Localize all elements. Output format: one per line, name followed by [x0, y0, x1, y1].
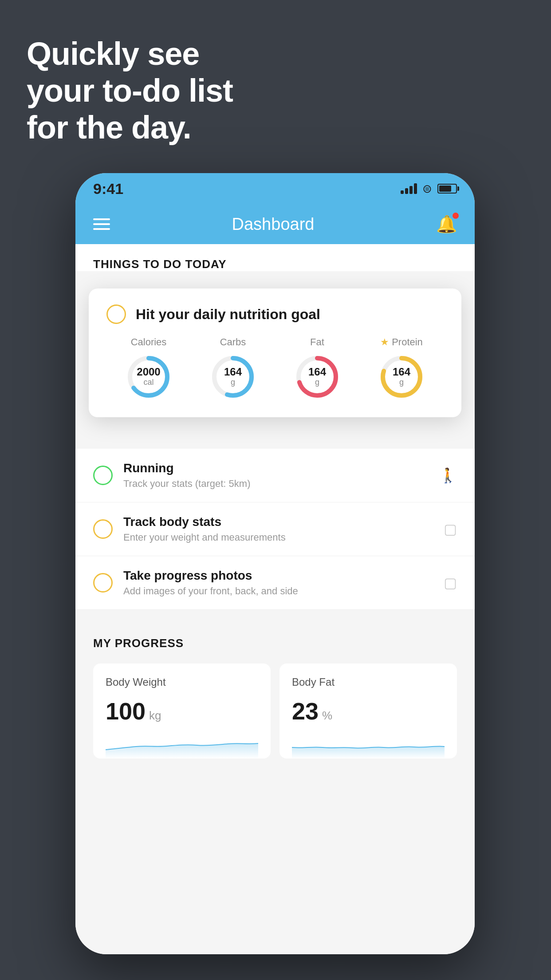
- body-weight-label: Body Weight: [106, 676, 258, 688]
- status-icons: ⊜: [401, 182, 457, 196]
- body-weight-value: 100 kg: [106, 697, 258, 725]
- list-item[interactable]: Track body stats Enter your weight and m…: [75, 502, 475, 556]
- app-header: Dashboard 🔔: [75, 204, 475, 244]
- calories-label: Calories: [131, 336, 167, 348]
- fat-donut: 164 g: [293, 352, 342, 401]
- phone-content: THINGS TO DO TODAY Hit your daily nutrit…: [75, 244, 475, 954]
- hero-line3: for the day.: [27, 109, 233, 146]
- running-content: Running Track your stats (target: 5km): [123, 461, 429, 490]
- signal-icon: [401, 183, 417, 194]
- list-item[interactable]: Running Track your stats (target: 5km) 🚶: [75, 449, 475, 502]
- photo-icon: ▢: [444, 574, 457, 591]
- body-fat-chart: [292, 732, 445, 759]
- running-title: Running: [123, 461, 429, 475]
- progress-title: MY PROGRESS: [93, 636, 457, 650]
- body-fat-value: 23 %: [292, 697, 445, 725]
- nutrition-stats: Calories 2000 cal Carbs: [106, 336, 444, 401]
- photos-title: Take progress photos: [123, 569, 433, 583]
- nutrition-card[interactable]: Hit your daily nutrition goal Calories 2…: [89, 288, 461, 417]
- calories-value: 2000: [137, 366, 160, 378]
- bodystats-title: Track body stats: [123, 515, 433, 529]
- header-title: Dashboard: [232, 215, 315, 234]
- status-bar: 9:41 ⊜: [75, 173, 475, 204]
- fat-value: 164: [308, 366, 326, 378]
- wifi-icon: ⊜: [422, 182, 432, 196]
- hero-line1: Quickly see: [27, 36, 233, 72]
- notification-button[interactable]: 🔔: [436, 214, 457, 234]
- phone-frame: 9:41 ⊜ Dashboard 🔔: [75, 173, 475, 954]
- things-title: THINGS TO DO TODAY: [93, 257, 457, 271]
- notification-dot: [453, 213, 459, 219]
- todo-list: Running Track your stats (target: 5km) 🚶…: [75, 449, 475, 610]
- body-weight-card[interactable]: Body Weight 100 kg: [93, 664, 271, 759]
- star-icon: ★: [380, 336, 389, 348]
- battery-icon: [437, 184, 457, 194]
- fat-label: Fat: [310, 336, 324, 348]
- carbs-stat: Carbs 164 g: [209, 336, 257, 401]
- photos-checkbox[interactable]: [93, 573, 113, 593]
- progress-cards: Body Weight 100 kg: [93, 664, 457, 759]
- running-checkbox[interactable]: [93, 466, 113, 485]
- nutrition-card-title: Hit your daily nutrition goal: [136, 306, 320, 323]
- nutrition-card-header: Hit your daily nutrition goal: [106, 304, 444, 324]
- running-subtitle: Track your stats (target: 5km): [123, 478, 429, 490]
- shoe-icon: 🚶: [439, 467, 457, 484]
- things-section: THINGS TO DO TODAY: [75, 244, 475, 271]
- protein-value: 164: [393, 366, 410, 378]
- protein-donut: 164 g: [377, 352, 426, 401]
- photos-subtitle: Add images of your front, back, and side: [123, 585, 433, 597]
- photos-content: Take progress photos Add images of your …: [123, 569, 433, 597]
- scale-icon: ▢: [444, 521, 457, 537]
- bodystats-checkbox[interactable]: [93, 519, 113, 539]
- progress-section: MY PROGRESS Body Weight 100 kg: [75, 619, 475, 767]
- calories-donut: 2000 cal: [124, 352, 173, 401]
- carbs-donut: 164 g: [209, 352, 257, 401]
- body-fat-label: Body Fat: [292, 676, 445, 688]
- list-item[interactable]: Take progress photos Add images of your …: [75, 556, 475, 610]
- menu-button[interactable]: [93, 218, 110, 230]
- bodystats-subtitle: Enter your weight and measurements: [123, 532, 433, 543]
- protein-stat: ★ Protein 164 g: [377, 336, 426, 401]
- fat-stat: Fat 164 g: [293, 336, 342, 401]
- status-time: 9:41: [93, 180, 123, 198]
- body-weight-chart: [106, 732, 258, 759]
- hero-text: Quickly see your to-do list for the day.: [27, 36, 233, 146]
- nutrition-checkbox[interactable]: [106, 304, 126, 324]
- body-fat-card[interactable]: Body Fat 23 %: [279, 664, 457, 759]
- bodystats-content: Track body stats Enter your weight and m…: [123, 515, 433, 543]
- carbs-label: Carbs: [220, 336, 246, 348]
- carbs-value: 164: [224, 366, 242, 378]
- calories-stat: Calories 2000 cal: [124, 336, 173, 401]
- protein-label: ★ Protein: [380, 336, 423, 348]
- hero-line2: your to-do list: [27, 72, 233, 109]
